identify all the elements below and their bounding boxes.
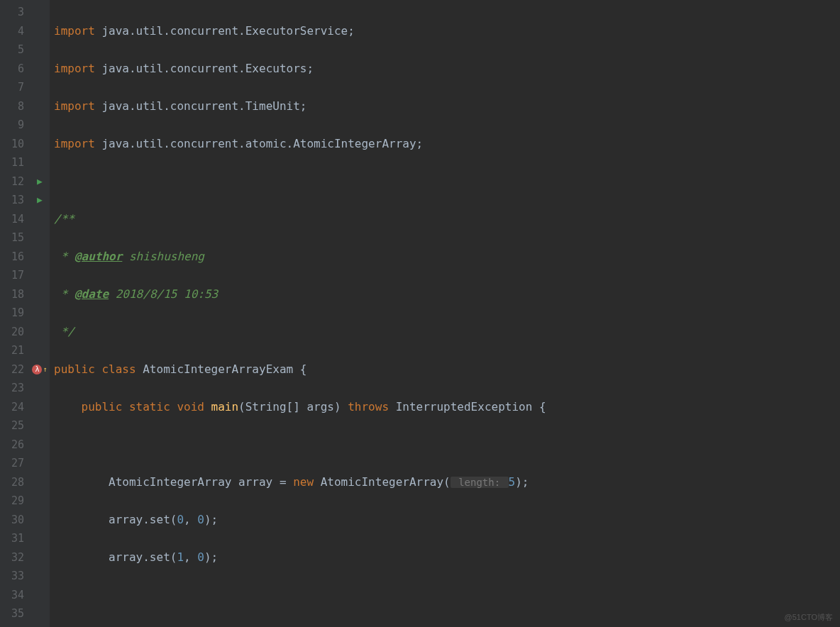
gutter-icons: ▶ ▶ λ↑ xyxy=(30,0,50,627)
code-content[interactable]: import java.util.concurrent.ExecutorServ… xyxy=(50,0,840,627)
code-editor[interactable]: 3 4 5 6 7 8 9 10 11 12 13 14 15 16 17 18… xyxy=(0,0,840,627)
run-icon[interactable]: ▶ xyxy=(30,191,50,210)
lambda-icon[interactable]: λ↑ xyxy=(30,360,50,379)
run-icon[interactable]: ▶ xyxy=(30,172,50,192)
watermark: @51CTO博客 xyxy=(785,612,833,623)
line-number-gutter: 3 4 5 6 7 8 9 10 11 12 13 14 15 16 17 18… xyxy=(0,0,30,627)
